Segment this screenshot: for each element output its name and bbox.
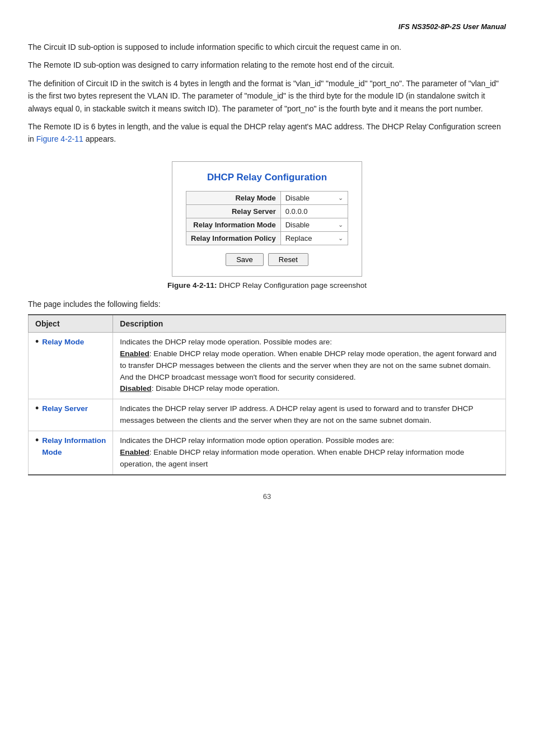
bullet-icon: • — [35, 337, 39, 348]
paragraph-4-text2: appears. — [83, 134, 116, 143]
col-object: Object — [29, 315, 113, 333]
desc-relay-mode-intro: Indicates the DHCP relay mode operation.… — [120, 338, 332, 346]
relay-info-mode-value[interactable]: Disable ⌄ — [280, 218, 348, 231]
paragraph-1: The Circuit ID sub-option is supposed to… — [28, 41, 506, 53]
bullet-icon: • — [35, 435, 39, 446]
desc-relay-info-mode-enabled-label: Enabled — [120, 448, 149, 456]
section-intro: The page includes the following fields: — [28, 300, 506, 309]
description-cell-relay-mode: Indicates the DHCP relay mode operation.… — [113, 332, 506, 399]
dhcp-config-box: DHCP Relay Configuration Relay Mode Disa… — [172, 161, 362, 277]
relay-info-policy-text: Replace — [285, 234, 312, 242]
dhcp-config-table: Relay Mode Disable ⌄ Relay Server 0.0.0.… — [186, 191, 348, 245]
fields-table: Object Description • Relay Mode Indicate… — [28, 314, 506, 475]
relay-mode-value[interactable]: Disable ⌄ — [280, 191, 348, 204]
desc-relay-mode-enabled-label: Enabled — [120, 349, 149, 358]
relay-info-mode-arrow: ⌄ — [338, 221, 343, 228]
paragraph-3: The definition of Circuit ID in the swit… — [28, 77, 506, 115]
dhcp-config-title: DHCP Relay Configuration — [186, 172, 348, 183]
relay-server-text: 0.0.0.0 — [285, 207, 308, 216]
page-header: IFS NS3502-8P-2S User Manual — [28, 22, 506, 31]
table-row: • Relay Mode Indicates the DHCP relay mo… — [29, 332, 506, 399]
figure-caption-label: Figure 4-2-11: — [167, 281, 217, 290]
object-cell-relay-server: • Relay Server — [29, 399, 113, 431]
object-label-relay-server: Relay Server — [42, 403, 88, 415]
table-header-row: Object Description — [29, 315, 506, 333]
object-label-relay-info-mode: Relay Information Mode — [42, 435, 106, 459]
relay-server-value[interactable]: 0.0.0.0 — [280, 204, 348, 218]
paragraph-4: The Remote ID is 6 bytes in length, and … — [28, 120, 506, 146]
relay-mode-label: Relay Mode — [186, 191, 281, 204]
relay-info-policy-label: Relay Information Policy — [186, 231, 281, 245]
relay-info-mode-label-line2: Mode — [42, 448, 62, 456]
dhcp-row-info-policy: Relay Information Policy Replace ⌄ — [186, 231, 348, 245]
relay-info-mode-text: Disable — [285, 221, 310, 229]
table-row: • Relay Information Mode Indicates the D… — [29, 431, 506, 475]
desc-relay-info-mode-enabled-text: : Enable DHCP relay information mode ope… — [120, 448, 464, 468]
figure-caption-text: DHCP Relay Configuration page screenshot — [217, 281, 367, 290]
desc-relay-info-mode-intro: Indicates the DHCP relay information mod… — [120, 436, 394, 445]
relay-mode-arrow: ⌄ — [338, 194, 343, 202]
relay-info-policy-arrow: ⌄ — [338, 235, 343, 242]
object-label-relay-mode: Relay Mode — [42, 337, 84, 348]
page-number: 63 — [28, 492, 506, 501]
dhcp-row-info-mode: Relay Information Mode Disable ⌄ — [186, 218, 348, 231]
desc-relay-server-text: Indicates the DHCP relay server IP addre… — [120, 404, 473, 424]
description-cell-relay-server: Indicates the DHCP relay server IP addre… — [113, 399, 506, 431]
figure-link[interactable]: Figure 4-2-11 — [36, 134, 83, 143]
figure-caption: Figure 4-2-11: DHCP Relay Configuration … — [167, 281, 367, 290]
relay-info-policy-value[interactable]: Replace ⌄ — [280, 231, 348, 245]
dhcp-row-relay-server: Relay Server 0.0.0.0 — [186, 204, 348, 218]
relay-info-mode-label-line1: Relay Information — [42, 436, 106, 445]
table-row: • Relay Server Indicates the DHCP relay … — [29, 399, 506, 431]
reset-button[interactable]: Reset — [268, 253, 308, 266]
dhcp-buttons-row: Save Reset — [186, 253, 348, 266]
desc-relay-mode-disabled-text: : Disable DHCP relay mode operation. — [152, 384, 280, 393]
figure-container: DHCP Relay Configuration Relay Mode Disa… — [28, 161, 506, 290]
desc-relay-mode-enabled-text: : Enable DHCP relay mode operation. When… — [120, 349, 496, 381]
object-cell-relay-mode: • Relay Mode — [29, 332, 113, 399]
description-cell-relay-info-mode: Indicates the DHCP relay information mod… — [113, 431, 506, 475]
desc-relay-mode-disabled-label: Disabled — [120, 384, 151, 393]
relay-server-label: Relay Server — [186, 204, 281, 218]
object-cell-relay-info-mode: • Relay Information Mode — [29, 431, 113, 475]
dhcp-row-relay-mode: Relay Mode Disable ⌄ — [186, 191, 348, 204]
paragraph-2: The Remote ID sub-option was designed to… — [28, 59, 506, 71]
relay-mode-text: Disable — [285, 194, 310, 202]
relay-info-mode-label: Relay Information Mode — [186, 218, 281, 231]
bullet-icon: • — [35, 403, 39, 414]
col-description: Description — [113, 315, 506, 333]
save-button[interactable]: Save — [226, 253, 264, 266]
